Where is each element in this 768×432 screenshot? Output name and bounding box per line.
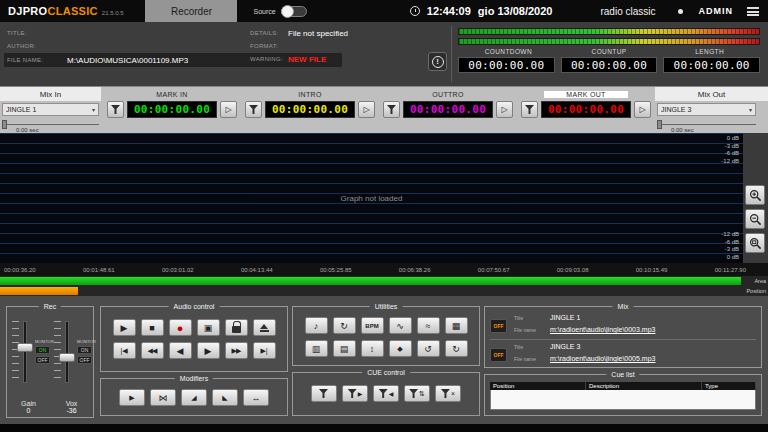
db-label: -6 dB bbox=[721, 239, 739, 247]
vox-slider-knob[interactable] bbox=[59, 353, 75, 362]
jingle3-toggle[interactable]: OFF bbox=[490, 348, 507, 362]
level-meter-right bbox=[458, 38, 760, 45]
position-bar[interactable]: Position bbox=[0, 286, 768, 296]
wave-icon: ≈ bbox=[426, 321, 431, 331]
funnel-icon bbox=[319, 389, 328, 398]
marker-group-mark-in: MARK IN 00:00:00.00 ▷ bbox=[104, 90, 240, 118]
eq-button[interactable]: ▥ bbox=[305, 340, 328, 357]
bpm-label: BPM bbox=[365, 323, 378, 329]
skip-start-button[interactable]: |◀ bbox=[113, 342, 136, 359]
step-back-button[interactable]: ◀ bbox=[169, 342, 192, 359]
slider-ticks bbox=[12, 321, 19, 383]
mod-play-rate-button[interactable]: ▶ bbox=[119, 389, 145, 406]
rotate-ccw-button[interactable]: ↺ bbox=[417, 340, 440, 357]
jingle3-file-link[interactable]: m:\radioent\audio\jingle\0005.mp3 bbox=[550, 355, 655, 362]
mod-fade-in-button[interactable]: ◢ bbox=[181, 389, 207, 406]
marker-button[interactable]: ◆ bbox=[389, 340, 412, 357]
mark-in-play-button[interactable]: ▷ bbox=[220, 101, 237, 118]
rewind-icon: ◀◀ bbox=[148, 347, 157, 355]
menu-icon[interactable] bbox=[747, 7, 759, 16]
slider-knob[interactable] bbox=[2, 120, 7, 129]
step-forward-icon: ▶ bbox=[205, 346, 212, 356]
refresh-button[interactable]: ↻ bbox=[333, 317, 356, 334]
bpm-button[interactable]: BPM bbox=[361, 317, 384, 334]
cue-back-button[interactable]: ◀ bbox=[373, 385, 399, 402]
skip-end-button[interactable]: ▶| bbox=[253, 342, 276, 359]
slider-track bbox=[2, 124, 99, 125]
outtro-play-button[interactable]: ▷ bbox=[496, 101, 513, 118]
vox-slider-track[interactable] bbox=[65, 321, 69, 383]
cue-set-button[interactable] bbox=[311, 385, 337, 402]
levels-button[interactable]: ▦ bbox=[445, 317, 468, 334]
mixer-button[interactable]: ▤ bbox=[333, 340, 356, 357]
logged-user: ADMIN bbox=[699, 6, 734, 16]
jingle1-toggle[interactable]: OFF bbox=[490, 319, 507, 333]
jingle-select-left[interactable]: JINGLE 1 ▾ bbox=[2, 103, 99, 116]
zoom-in-button[interactable] bbox=[745, 185, 765, 205]
rotate-cw-button[interactable]: ↻ bbox=[445, 340, 468, 357]
playlist-icon: ▣ bbox=[204, 323, 213, 333]
monitor-off-button[interactable]: OFF bbox=[35, 356, 50, 364]
source-toggle-knob[interactable] bbox=[281, 5, 294, 18]
zoom-fit-button[interactable] bbox=[745, 233, 765, 253]
intro-funnel-button[interactable] bbox=[245, 101, 262, 118]
intro-play-button[interactable]: ▷ bbox=[358, 101, 375, 118]
jingle-select-right[interactable]: JINGLE 3 ▾ bbox=[657, 103, 756, 116]
cue-move-button[interactable]: ⇅ bbox=[404, 385, 430, 402]
mod-fade-out-button[interactable]: ◣ bbox=[212, 389, 238, 406]
mod-stretch-button[interactable]: ↔ bbox=[243, 389, 269, 406]
eject-button[interactable] bbox=[253, 319, 276, 336]
details-label: DETAILS: bbox=[250, 30, 279, 36]
file-name-label: File name bbox=[514, 356, 544, 362]
jingle1-file-link[interactable]: m:\radioent\audio\jingle\0003.mp3 bbox=[550, 326, 655, 333]
gain-slider-track[interactable] bbox=[23, 321, 27, 383]
gain-slider-knob[interactable] bbox=[17, 343, 33, 352]
notes-button[interactable]: ♪ bbox=[305, 317, 328, 334]
stop-button[interactable]: ■ bbox=[141, 319, 164, 336]
cue-clear-button[interactable]: × bbox=[435, 385, 461, 402]
rec-panel-title: Rec bbox=[39, 302, 61, 311]
mod-crossfade-button[interactable]: ⋈ bbox=[150, 389, 176, 406]
monitor-off-button[interactable]: OFF bbox=[77, 356, 92, 364]
slider-knob[interactable] bbox=[657, 120, 662, 129]
tab-recorder[interactable]: Recorder bbox=[145, 0, 237, 22]
record-button[interactable]: ● bbox=[169, 319, 192, 336]
tab-mix-in[interactable]: Mix In bbox=[0, 87, 101, 101]
modifiers-panel: Modifiers ▶ ⋈ ◢ ◣ ↔ bbox=[100, 378, 288, 416]
tab-mix-out[interactable]: Mix Out bbox=[655, 87, 768, 101]
mark-out-play-button[interactable]: ▷ bbox=[634, 101, 651, 118]
cue-play-button[interactable]: ▶ bbox=[342, 385, 368, 402]
format-label: FORMAT: bbox=[250, 43, 278, 49]
sine-wave-icon: ∿ bbox=[396, 321, 404, 331]
monitor-on-button[interactable]: ON bbox=[77, 346, 92, 354]
fast-forward-button[interactable]: ▶▶ bbox=[225, 342, 248, 359]
mark-in-funnel-button[interactable] bbox=[107, 101, 124, 118]
source-toggle[interactable] bbox=[281, 6, 307, 17]
monitor-on-button[interactable]: ON bbox=[35, 346, 50, 354]
lock-button[interactable] bbox=[225, 319, 248, 336]
mark-in-time-display: 00:00:00.00 bbox=[127, 101, 217, 118]
rewind-button[interactable]: ◀◀ bbox=[141, 342, 164, 359]
funnel-icon bbox=[249, 105, 258, 114]
gain-label: Gain bbox=[7, 400, 50, 407]
wave-updown-button[interactable]: ↕ bbox=[361, 340, 384, 357]
cue-back-icon: ◀ bbox=[389, 390, 394, 397]
zoom-out-button[interactable] bbox=[745, 209, 765, 229]
step-forward-button[interactable]: ▶ bbox=[197, 342, 220, 359]
position-fill[interactable] bbox=[0, 287, 78, 295]
mark-out-funnel-button[interactable] bbox=[521, 101, 538, 118]
funnel-icon bbox=[441, 389, 450, 398]
playlist-button[interactable]: ▣ bbox=[197, 319, 220, 336]
intro-time-text: 00:00:00.00 bbox=[272, 103, 348, 116]
stretch-icon: ↔ bbox=[252, 393, 261, 403]
play-button[interactable]: ▶ bbox=[113, 319, 136, 336]
file-info-section: TITLE: AUTHOR: FILE NAME: M:\AUDIO\MUSIC… bbox=[0, 22, 768, 86]
wave-edit-button[interactable]: ∿ bbox=[389, 317, 412, 334]
waveform-display[interactable]: Graph not loaded 0 dB -3 dB -6 dB -12 dB… bbox=[0, 133, 743, 263]
wave-smooth-button[interactable]: ≈ bbox=[417, 317, 440, 334]
monitor-label: MONITOR bbox=[77, 339, 93, 344]
info-button[interactable]: ! bbox=[428, 52, 447, 71]
utilities-title: Utilities bbox=[370, 302, 403, 311]
marker-group-intro: INTRO 00:00:00.00 ▷ bbox=[242, 90, 378, 118]
outtro-funnel-button[interactable] bbox=[383, 101, 400, 118]
